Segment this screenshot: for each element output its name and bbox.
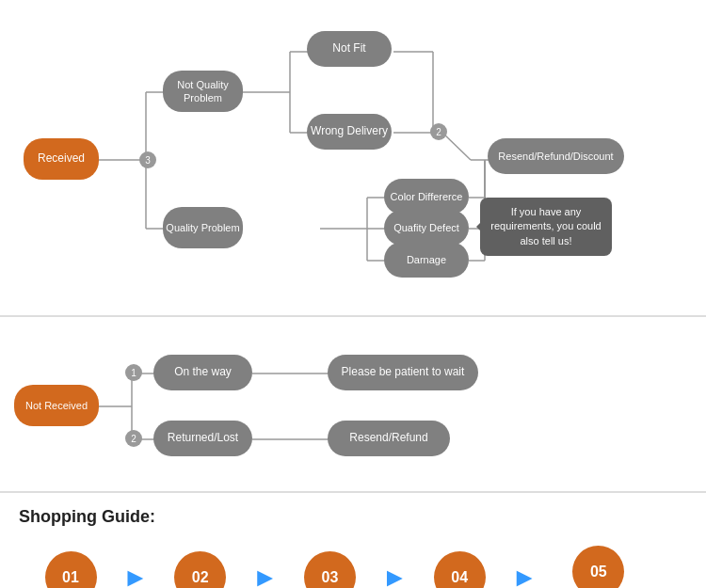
arrow-4: ► — [511, 563, 538, 589]
step-4-circle: 04 — [434, 551, 486, 588]
not-fit-box: Not Fit — [307, 31, 392, 67]
resend-refund2-box: Resend/Refund — [328, 421, 450, 456]
quality-box: Quality Problem — [163, 207, 243, 248]
not-received-box: Not Received — [14, 385, 99, 426]
circle-2b: 2 — [125, 430, 142, 447]
diagram1-section: Received 3 Not Quality Problem Quality P… — [0, 0, 706, 317]
step-5: 05 Confirm and give us 5 stars — [538, 546, 660, 588]
steps-row: 01 Add to cart ► 02 pay with Escrow ► 03… — [19, 546, 687, 588]
shopping-guide-title: Shopping Guide: — [19, 507, 687, 527]
resend-refund-box: Resend/Refund/Discount — [488, 138, 624, 174]
returned-lost-box: Returned/Lost — [153, 421, 252, 456]
step-2-circle: 02 — [174, 551, 226, 588]
diagram2-area: Not Received 1 2 On the way Please be pa… — [9, 331, 697, 482]
step-1: 01 Add to cart — [19, 551, 122, 588]
shopping-guide-section: Shopping Guide: 01 Add to cart ► 02 pay … — [0, 493, 706, 588]
quality-defect-box: Quafity Defect — [384, 210, 469, 246]
wrong-delivery-box: Wrong Delivery — [307, 114, 392, 150]
not-quality-box: Not Quality Problem — [163, 71, 243, 112]
circle-2: 2 — [430, 123, 447, 140]
please-wait-box: Please be patient to wait — [328, 355, 478, 390]
step-3: 03 Dispatch the goods — [278, 551, 381, 588]
circle-3: 3 — [139, 151, 156, 168]
arrow-2: ► — [252, 563, 279, 589]
circle-1: 1 — [125, 364, 142, 381]
step-3-circle: 03 — [304, 551, 356, 588]
damage-box: Darnage — [384, 242, 469, 278]
speech-bubble: If you have any requirements, you could … — [480, 198, 612, 256]
svg-line-13 — [442, 133, 471, 160]
received-box: Received — [24, 138, 99, 180]
arrow-3: ► — [381, 563, 408, 589]
step-2: 02 pay with Escrow — [149, 551, 252, 588]
arrow-1: ► — [122, 563, 149, 589]
step-4: 04 Sign for the parcel — [408, 551, 511, 588]
step-5-circle: 05 — [572, 546, 624, 588]
diagram1-area: Received 3 Not Quality Problem Quality P… — [9, 14, 697, 306]
on-the-way-box: On the way — [153, 355, 252, 390]
step-1-circle: 01 — [45, 551, 97, 588]
diagram2-section: Not Received 1 2 On the way Please be pa… — [0, 317, 706, 493]
diagram2-lines — [9, 331, 697, 482]
